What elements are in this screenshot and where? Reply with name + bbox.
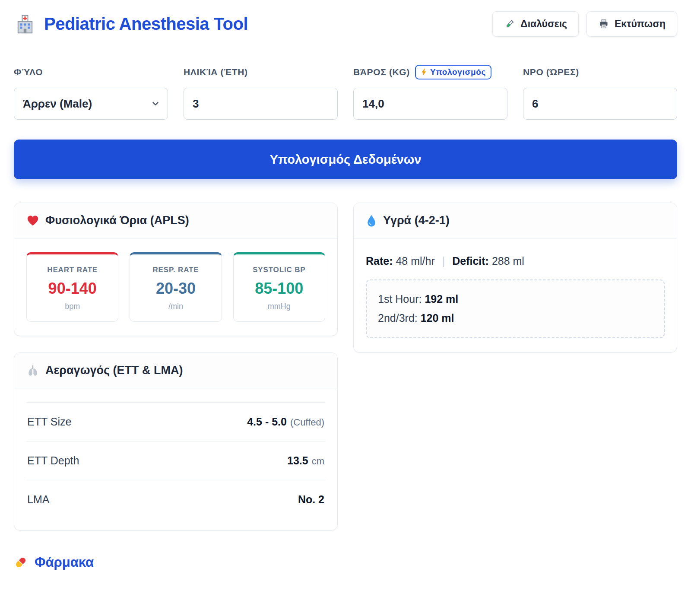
stat-unit: mmHg [237, 302, 321, 311]
airway-row-ett-size: ETT Size 4.5 - 5.0(Cuffed) [26, 402, 325, 441]
stat-label: HEART RATE [30, 266, 114, 274]
rate-label: Rate: [366, 255, 393, 267]
droplet-icon [366, 214, 377, 227]
header: Pediatric Anesthesia Tool Διαλύσεις [14, 11, 677, 37]
vitals-card: Φυσιολογικά Όρια (APLS) HEART RATE 90-14… [14, 203, 338, 336]
deficit-value: 288 ml [492, 255, 524, 267]
fluids-card: Υγρά (4-2-1) Rate: 48 ml/hr | Deficit: 2… [353, 203, 677, 352]
sex-label: ΦΎΛΟ [14, 63, 168, 82]
vitals-card-body: HEART RATE 90-140 bpm RESP. RATE 20-30 /… [14, 238, 337, 336]
airway-card-title: Αεραγωγός (ETT & LMA) [45, 364, 183, 377]
fluids-rate-line: Rate: 48 ml/hr | Deficit: 288 ml [366, 255, 665, 267]
age-input[interactable] [184, 88, 338, 120]
hospital-icon [14, 13, 36, 35]
rate-value: 48 ml/hr [396, 255, 434, 267]
fluids-card-header: Υγρά (4-2-1) [354, 203, 677, 238]
npo-input[interactable] [523, 88, 677, 120]
field-sex: ΦΎΛΟ Άρρεν (Male) [14, 63, 168, 120]
pill-icon [14, 556, 28, 569]
airway-row-ett-depth: ETT Depth 13.5cm [26, 441, 325, 480]
airway-row-suffix: cm [312, 456, 324, 467]
airway-row-value: No. 2 [298, 493, 324, 506]
airway-card: Αεραγωγός (ETT & LMA) ETT Size 4.5 - 5.0… [14, 352, 338, 530]
stat-resp-rate: RESP. RATE 20-30 /min [130, 252, 222, 322]
stat-systolic-bp: SYSTOLIC BP 85-100 mmHg [233, 252, 325, 322]
next-hours-value: 120 ml [421, 312, 454, 324]
page-title: Pediatric Anesthesia Tool [44, 14, 248, 34]
airway-row-label: ETT Size [27, 416, 71, 428]
medications-heading: Φάρμακα [14, 555, 677, 570]
airway-row-label: LMA [27, 493, 49, 506]
airway-row-suffix: (Cuffed) [290, 417, 324, 428]
brand: Pediatric Anesthesia Tool [14, 13, 248, 35]
fluids-deficit-schedule: 1st Hour: 192 ml 2nd/3rd: 120 ml [366, 279, 665, 338]
field-age: ΗΛΙΚΊΑ (ΈΤΗ) [184, 63, 338, 120]
airway-card-body: ETT Size 4.5 - 5.0(Cuffed) ETT Depth 13.… [14, 388, 337, 530]
first-hour-line: 1st Hour: 192 ml [378, 290, 653, 309]
heart-icon [26, 214, 39, 227]
header-buttons: Διαλύσεις Εκτύπωση [492, 11, 677, 37]
weight-label: ΒΆΡΟΣ (KG) [353, 67, 410, 77]
weight-autocalc-label: Υπολογισμός [430, 67, 486, 77]
calculate-button[interactable]: Υπολογισμός Δεδομένων [14, 140, 677, 179]
airway-row-label: ETT Depth [27, 454, 79, 467]
dilutions-button-label: Διαλύσεις [520, 18, 567, 30]
weight-autocalc-badge[interactable]: Υπολογισμός [415, 65, 491, 79]
results-grid: Φυσιολογικά Όρια (APLS) HEART RATE 90-14… [14, 203, 677, 530]
field-weight: ΒΆΡΟΣ (KG) Υπολογισμός [353, 63, 507, 120]
stat-value: 90-140 [30, 279, 114, 298]
fluids-card-body: Rate: 48 ml/hr | Deficit: 288 ml 1st Hou… [354, 238, 677, 352]
vitals-card-header: Φυσιολογικά Όρια (APLS) [14, 203, 337, 238]
printer-icon [598, 19, 609, 30]
stat-unit: /min [133, 302, 218, 311]
weight-label-row: ΒΆΡΟΣ (KG) Υπολογισμός [353, 63, 507, 82]
dilutions-button[interactable]: Διαλύσεις [492, 11, 579, 37]
airway-row-value: 4.5 - 5.0(Cuffed) [247, 416, 324, 428]
npo-label: NPO (ΏΡΕΣ) [523, 63, 677, 82]
stat-heart-rate: HEART RATE 90-140 bpm [26, 252, 118, 322]
airway-row-lma: LMA No. 2 [26, 480, 325, 519]
stat-unit: bpm [30, 302, 114, 311]
weight-input[interactable] [353, 88, 507, 120]
airway-row-value: 13.5cm [287, 454, 324, 467]
stat-label: RESP. RATE [133, 266, 218, 274]
patient-form: ΦΎΛΟ Άρρεν (Male) ΗΛΙΚΊΑ (ΈΤΗ) ΒΆΡΟΣ (KG… [14, 63, 677, 120]
stat-label: SYSTOLIC BP [237, 266, 321, 274]
page: Pediatric Anesthesia Tool Διαλύσεις [0, 0, 691, 596]
stat-value: 20-30 [133, 279, 218, 298]
lungs-icon [26, 364, 39, 377]
separator: | [438, 255, 450, 267]
lightning-icon [421, 68, 427, 76]
fluids-card-title: Υγρά (4-2-1) [383, 214, 450, 227]
airway-card-header: Αεραγωγός (ETT & LMA) [14, 353, 337, 388]
age-label: ΗΛΙΚΊΑ (ΈΤΗ) [184, 63, 338, 82]
sex-select[interactable]: Άρρεν (Male) [14, 88, 168, 120]
deficit-label: Deficit: [452, 255, 489, 267]
next-hours-line: 2nd/3rd: 120 ml [378, 309, 653, 328]
right-column: Υγρά (4-2-1) Rate: 48 ml/hr | Deficit: 2… [353, 203, 677, 352]
vitals-card-title: Φυσιολογικά Όρια (APLS) [45, 214, 189, 227]
first-hour-label: 1st Hour: [378, 293, 422, 305]
field-npo: NPO (ΏΡΕΣ) [523, 63, 677, 120]
vitals-stats: HEART RATE 90-140 bpm RESP. RATE 20-30 /… [26, 252, 325, 322]
print-button[interactable]: Εκτύπωση [586, 11, 677, 37]
print-button-label: Εκτύπωση [615, 18, 666, 30]
left-column: Φυσιολογικά Όρια (APLS) HEART RATE 90-14… [14, 203, 338, 530]
first-hour-value: 192 ml [425, 293, 458, 305]
medications-title: Φάρμακα [35, 555, 94, 570]
test-tube-icon [504, 19, 515, 30]
next-hours-label: 2nd/3rd: [378, 312, 418, 324]
stat-value: 85-100 [237, 279, 321, 298]
